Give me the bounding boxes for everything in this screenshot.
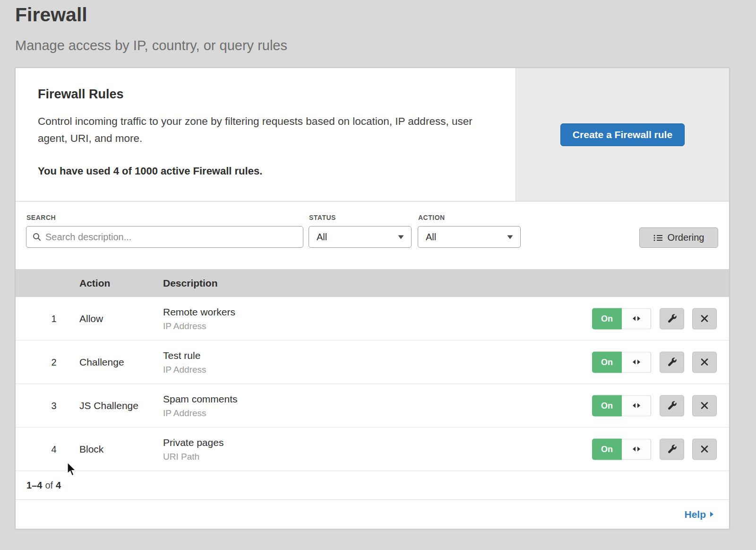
page-title: Firewall [15,4,87,26]
search-box[interactable] [26,226,303,248]
left-right-arrows-icon [632,403,641,409]
toggle-on-label: On [592,438,622,460]
wrench-icon [667,444,677,454]
x-icon [700,358,709,367]
action-selected-value: All [426,232,436,243]
create-rule-panel: Create a Firewall rule [515,68,729,201]
page-subtitle: Manage access by IP, country, or query r… [15,38,287,53]
table-row: 4 Block Private pages URI Path On [16,428,729,471]
action-label: ACTION [418,214,445,221]
chevron-right-icon [710,511,714,517]
ordering-button[interactable]: Ordering [639,227,718,248]
rule-edit-button[interactable] [660,351,684,373]
table-header: Action Description [16,269,729,297]
wrench-icon [667,401,677,411]
ordering-button-label: Ordering [668,232,704,243]
wrench-icon [667,314,677,324]
rule-action: Challenge [79,357,124,368]
usage-summary: You have used 4 of 1000 active Firewall … [38,165,493,177]
rule-priority: 1 [42,313,66,324]
rule-match-type: IP Address [163,321,235,331]
reorder-handle[interactable] [622,351,651,373]
left-right-arrows-icon [632,316,641,322]
rule-delete-button[interactable] [692,438,717,460]
left-right-arrows-icon [632,446,641,452]
rule-delete-button[interactable] [692,395,717,416]
rule-description: Test rule [163,349,206,361]
card-title: Firewall Rules [38,87,493,102]
rule-action: Block [79,444,103,455]
toggle-on-label: On [592,308,622,329]
rule-priority: 3 [42,400,66,411]
ordered-list-icon [653,234,663,242]
rule-priority: 4 [42,444,66,454]
rule-delete-button[interactable] [692,308,717,329]
card-description: Control incoming traffic to your zone by… [38,113,491,147]
create-firewall-rule-button[interactable]: Create a Firewall rule [560,123,685,146]
table-row: 2 Challenge Test rule IP Address On [16,340,729,384]
x-icon [700,445,709,454]
rule-action: JS Challenge [79,400,138,411]
rule-priority: 2 [42,357,66,367]
pagination-separator: of [45,480,53,491]
toggle-on-label: On [592,395,622,416]
firewall-rules-card: Firewall Rules Control incoming traffic … [15,68,730,529]
pagination-range: 1–4 [26,480,42,491]
rule-enabled-toggle[interactable]: On [592,351,651,373]
rule-description: Remote workers [163,306,235,317]
rule-description: Private pages [163,437,223,448]
reorder-handle[interactable] [622,308,651,329]
pagination: 1–4 of 4 [16,471,729,500]
chevron-down-icon [398,235,404,239]
rule-enabled-toggle[interactable]: On [592,308,651,329]
rule-description: Spam comments [163,393,238,404]
column-header-action: Action [79,269,110,297]
reorder-handle[interactable] [622,395,651,416]
action-select[interactable]: All [418,226,521,248]
wrench-icon [667,357,677,367]
x-icon [700,402,709,410]
pagination-total: 4 [56,480,61,491]
x-icon [700,314,709,323]
search-label: SEARCH [26,214,56,221]
status-select[interactable]: All [309,226,412,248]
rule-edit-button[interactable] [660,438,684,460]
rule-edit-button[interactable] [660,308,684,329]
rule-match-type: IP Address [163,408,238,418]
help-link-label: Help [684,509,706,520]
rule-enabled-toggle[interactable]: On [592,438,651,460]
reorder-handle[interactable] [622,438,651,460]
search-input[interactable] [45,232,297,243]
table-row: 1 Allow Remote workers IP Address On [16,297,729,340]
rule-edit-button[interactable] [660,395,684,416]
rule-delete-button[interactable] [692,351,717,373]
filters-bar: SEARCH STATUS All ACTION All [16,201,729,269]
left-right-arrows-icon [632,359,641,365]
search-icon [33,233,41,241]
rule-match-type: IP Address [163,364,206,375]
rule-match-type: URI Path [163,451,223,462]
column-header-description: Description [163,269,218,297]
rule-action: Allow [79,313,103,324]
overview-section: Firewall Rules Control incoming traffic … [16,68,729,201]
help-row: Help [16,500,729,529]
table-row: 3 JS Challenge Spam comments IP Address … [16,384,729,428]
help-link[interactable]: Help [684,509,714,520]
status-label: STATUS [309,214,336,221]
chevron-down-icon [507,235,513,239]
toggle-on-label: On [592,351,622,373]
rule-enabled-toggle[interactable]: On [592,395,651,416]
status-selected-value: All [317,232,327,243]
